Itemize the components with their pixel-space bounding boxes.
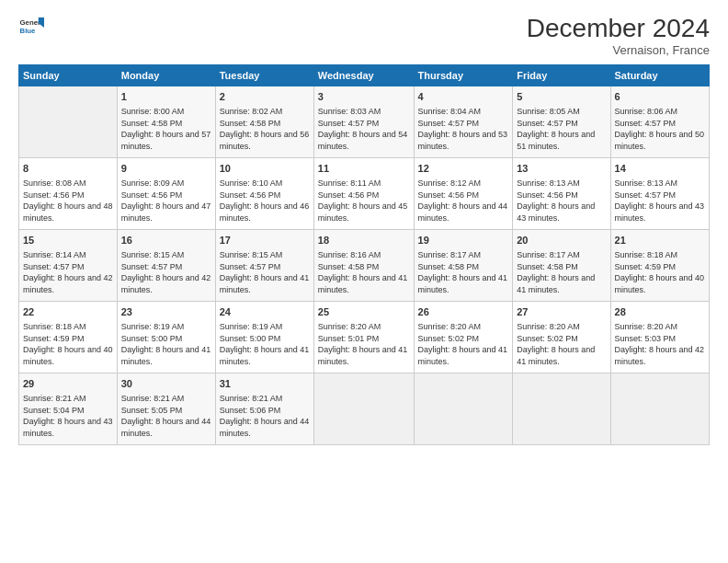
- sunrise-label: Sunrise: 8:20 AM: [318, 322, 381, 331]
- day-number: 23: [121, 305, 211, 319]
- subtitle: Vernaison, France: [527, 43, 710, 57]
- day-number: 24: [220, 305, 310, 319]
- table-row: 18Sunrise: 8:16 AMSunset: 4:58 PMDayligh…: [313, 229, 414, 301]
- table-row: [610, 373, 709, 444]
- day-number: 19: [418, 234, 509, 247]
- sunset-label: Sunset: 4:57 PM: [121, 262, 183, 271]
- daylight-label: Daylight: 8 hours and 42 minutes.: [23, 273, 113, 294]
- table-row: 1Sunrise: 8:00 AMSunset: 4:58 PMDaylight…: [117, 86, 215, 157]
- table-row: 25Sunrise: 8:20 AMSunset: 5:01 PMDayligh…: [313, 301, 414, 373]
- daylight-label: Daylight: 8 hours and 48 minutes.: [23, 201, 113, 223]
- table-row: 21Sunrise: 8:18 AMSunset: 4:59 PMDayligh…: [610, 229, 709, 301]
- daylight-label: Daylight: 8 hours and 44 minutes.: [121, 417, 211, 438]
- day-number: 6: [615, 90, 705, 104]
- sunrise-label: Sunrise: 8:06 AM: [615, 107, 678, 116]
- sunset-label: Sunset: 4:58 PM: [121, 119, 183, 128]
- sunrise-label: Sunrise: 8:00 AM: [121, 107, 185, 116]
- sunset-label: Sunset: 5:01 PM: [318, 334, 380, 343]
- day-number: 14: [615, 162, 705, 176]
- day-number: 8: [23, 162, 113, 176]
- sunset-label: Sunset: 4:56 PM: [23, 190, 85, 200]
- daylight-label: Daylight: 8 hours and 57 minutes.: [121, 130, 211, 151]
- daylight-label: Daylight: 8 hours and 41 minutes.: [517, 273, 595, 294]
- day-number: 11: [318, 162, 410, 176]
- table-row: 12Sunrise: 8:12 AMSunset: 4:56 PMDayligh…: [414, 157, 513, 229]
- sunrise-label: Sunrise: 8:10 AM: [220, 178, 283, 188]
- daylight-label: Daylight: 8 hours and 42 minutes.: [615, 345, 705, 366]
- sunset-label: Sunset: 4:57 PM: [517, 119, 578, 128]
- day-number: 2: [220, 90, 310, 104]
- header-row: Sunday Monday Tuesday Wednesday Thursday…: [19, 64, 710, 86]
- sunset-label: Sunset: 4:59 PM: [23, 334, 85, 343]
- table-row: 5Sunrise: 8:05 AMSunset: 4:57 PMDaylight…: [513, 86, 610, 157]
- table-row: [513, 373, 610, 444]
- svg-text:Blue: Blue: [20, 27, 37, 35]
- table-row: 4Sunrise: 8:04 AMSunset: 4:57 PMDaylight…: [414, 86, 513, 157]
- col-thursday: Thursday: [414, 64, 513, 86]
- col-friday: Friday: [513, 64, 610, 86]
- table-row: 15Sunrise: 8:14 AMSunset: 4:57 PMDayligh…: [19, 229, 118, 301]
- sunrise-label: Sunrise: 8:17 AM: [517, 250, 580, 259]
- table-row: 6Sunrise: 8:06 AMSunset: 4:57 PMDaylight…: [610, 86, 709, 157]
- sunset-label: Sunset: 4:58 PM: [318, 262, 380, 271]
- calendar-week-2: 15Sunrise: 8:14 AMSunset: 4:57 PMDayligh…: [19, 229, 710, 301]
- col-sunday: Sunday: [19, 64, 118, 86]
- table-row: 24Sunrise: 8:19 AMSunset: 5:00 PMDayligh…: [215, 301, 313, 373]
- sunrise-label: Sunrise: 8:20 AM: [517, 322, 580, 331]
- title-block: December 2024 Vernaison, France: [527, 15, 710, 57]
- day-number: 25: [318, 305, 410, 319]
- sunrise-label: Sunrise: 8:09 AM: [121, 178, 185, 188]
- day-number: 4: [418, 90, 509, 104]
- calendar-table: Sunday Monday Tuesday Wednesday Thursday…: [18, 64, 710, 445]
- sunset-label: Sunset: 4:57 PM: [23, 262, 85, 271]
- table-row: 29Sunrise: 8:21 AMSunset: 5:04 PMDayligh…: [19, 373, 118, 444]
- sunset-label: Sunset: 4:57 PM: [615, 119, 677, 128]
- daylight-label: Daylight: 8 hours and 51 minutes.: [517, 130, 595, 151]
- daylight-label: Daylight: 8 hours and 41 minutes.: [220, 273, 310, 294]
- table-row: 28Sunrise: 8:20 AMSunset: 5:03 PMDayligh…: [610, 301, 709, 373]
- sunrise-label: Sunrise: 8:20 AM: [418, 322, 482, 331]
- sunrise-label: Sunrise: 8:04 AM: [418, 107, 482, 116]
- sunrise-label: Sunrise: 8:21 AM: [220, 394, 283, 403]
- header: General Blue December 2024 Vernaison, Fr…: [18, 15, 710, 57]
- sunset-label: Sunset: 5:05 PM: [121, 406, 183, 415]
- col-saturday: Saturday: [610, 64, 709, 86]
- sunset-label: Sunset: 5:02 PM: [418, 334, 480, 343]
- daylight-label: Daylight: 8 hours and 50 minutes.: [615, 130, 705, 151]
- sunset-label: Sunset: 5:06 PM: [220, 406, 281, 415]
- day-number: 12: [418, 162, 509, 176]
- table-row: 10Sunrise: 8:10 AMSunset: 4:56 PMDayligh…: [215, 157, 313, 229]
- sunrise-label: Sunrise: 8:08 AM: [23, 178, 86, 188]
- calendar-header: Sunday Monday Tuesday Wednesday Thursday…: [19, 64, 710, 86]
- day-number: 30: [121, 377, 211, 391]
- calendar-week-4: 29Sunrise: 8:21 AMSunset: 5:04 PMDayligh…: [19, 373, 710, 444]
- day-number: 27: [517, 305, 606, 319]
- sunset-label: Sunset: 4:58 PM: [220, 119, 281, 128]
- day-number: 1: [121, 90, 211, 104]
- daylight-label: Daylight: 8 hours and 40 minutes.: [23, 345, 113, 366]
- day-number: 22: [23, 305, 113, 319]
- sunrise-label: Sunrise: 8:18 AM: [615, 250, 678, 259]
- sunrise-label: Sunrise: 8:19 AM: [220, 322, 283, 331]
- table-row: [313, 373, 414, 444]
- sunrise-label: Sunrise: 8:03 AM: [318, 107, 381, 116]
- sunset-label: Sunset: 5:03 PM: [615, 334, 677, 343]
- col-wednesday: Wednesday: [313, 64, 414, 86]
- table-row: 30Sunrise: 8:21 AMSunset: 5:05 PMDayligh…: [117, 373, 215, 444]
- day-number: 28: [615, 305, 705, 319]
- sunset-label: Sunset: 5:00 PM: [220, 334, 281, 343]
- sunset-label: Sunset: 4:57 PM: [318, 119, 380, 128]
- sunset-label: Sunset: 4:58 PM: [517, 262, 578, 271]
- table-row: 27Sunrise: 8:20 AMSunset: 5:02 PMDayligh…: [513, 301, 610, 373]
- logo: General Blue: [18, 15, 44, 40]
- day-number: 31: [220, 377, 310, 391]
- day-number: 5: [517, 90, 606, 104]
- sunset-label: Sunset: 5:04 PM: [23, 406, 85, 415]
- daylight-label: Daylight: 8 hours and 41 minutes.: [220, 345, 310, 366]
- table-row: 26Sunrise: 8:20 AMSunset: 5:02 PMDayligh…: [414, 301, 513, 373]
- col-monday: Monday: [117, 64, 215, 86]
- main-title: December 2024: [527, 15, 710, 43]
- daylight-label: Daylight: 8 hours and 54 minutes.: [318, 130, 408, 151]
- day-number: 13: [517, 162, 606, 176]
- daylight-label: Daylight: 8 hours and 41 minutes.: [318, 273, 408, 294]
